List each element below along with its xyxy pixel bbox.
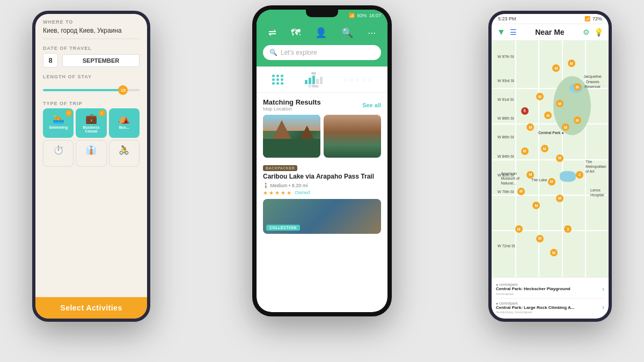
map-pin-5[interactable]: M (574, 83, 581, 91)
map-pin-21[interactable]: 3 (564, 225, 572, 233)
search-nav-icon[interactable]: 🔍 (341, 27, 353, 39)
star3: ☆ (355, 77, 360, 83)
star4: ☆ (361, 77, 366, 83)
filters-nav-icon[interactable]: ⇌ (268, 27, 276, 39)
right-time: 5:23 PM (498, 16, 516, 21)
results-info: Matching Results Map Location (263, 98, 321, 112)
activity-bike[interactable]: 🚴 (109, 140, 140, 167)
trail-star5: ★ (287, 190, 291, 196)
road-h5 (492, 230, 609, 231)
stay-slider[interactable]: 15 (43, 85, 140, 95)
list-view-icon[interactable]: ☰ (510, 28, 517, 36)
stars-filter[interactable]: ☆ ☆ ☆ ☆ ☆ (343, 77, 372, 83)
dot4 (272, 78, 275, 81)
map-pin-special[interactable]: 5 (521, 107, 529, 115)
mountain-img (324, 115, 381, 158)
activity-timer[interactable]: ⏱️ (43, 140, 74, 167)
map-pin-18[interactable]: M (515, 225, 523, 233)
map-label-metropolitan: TheMetropolitanof Art (586, 159, 606, 174)
map-pin-13[interactable]: M (526, 171, 534, 179)
search-bar-container: 🔍 Let's explore (257, 45, 387, 67)
lake-area (560, 171, 576, 182)
trail-image-2[interactable] (324, 115, 381, 158)
star5: ☆ (367, 77, 372, 83)
location-2-info: ● centralpark Central Park: Large Rock C… (496, 301, 602, 314)
stay-section: LENGTH OF STAY 15 (35, 71, 147, 98)
trail-star2: ★ (269, 190, 274, 196)
distance-bars (305, 76, 323, 84)
map-pin-17[interactable]: M (556, 195, 564, 202)
trail-image-1[interactable] (263, 115, 320, 158)
activity-swimming[interactable]: 🏊 Swimming (43, 108, 74, 138)
results-title: Matching Results (263, 98, 321, 106)
dot7 (272, 82, 275, 85)
select-activities-button[interactable]: Select Activities (35, 297, 147, 319)
map-pin-22[interactable]: 2 (576, 171, 583, 179)
profile-nav-icon[interactable]: 👤 (315, 27, 327, 39)
camera (320, 13, 324, 17)
lightbulb-icon[interactable]: 💡 (594, 28, 603, 36)
trail-star3: ★ (275, 190, 280, 196)
map-label-central-park: Central Park ● (538, 131, 564, 135)
right-bottom-list: ● centralpark Central Park: Heckscher Pl… (492, 277, 609, 319)
map-pin-2[interactable]: M (568, 60, 575, 67)
toolbar-right: ⚙ 💡 (583, 28, 603, 36)
map-pin-9[interactable]: M (574, 116, 581, 124)
bar4 (316, 79, 319, 84)
center-nav: ⇌ 🗺 👤 🔍 ··· (257, 21, 387, 45)
see-all-link[interactable]: See all (362, 102, 381, 108)
activity-business-casual[interactable]: 💼 Business Casual (76, 108, 106, 138)
map-pin-3[interactable]: M (536, 93, 544, 100)
location-item-1[interactable]: ● centralpark Central Park: Heckscher Pl… (496, 280, 604, 298)
map-pin-14[interactable]: M (548, 178, 555, 186)
collection-card[interactable]: COLLECTION (257, 199, 387, 234)
activity-suit[interactable]: 👔 (76, 140, 106, 167)
location-2-arrow[interactable]: › (602, 304, 604, 311)
busfo-label: Bus... (119, 125, 129, 129)
map-pin-11[interactable]: M (541, 145, 548, 152)
date-day[interactable]: 8 (43, 53, 58, 68)
slider-thumb[interactable]: 15 (118, 85, 128, 95)
activity-bus-fo[interactable]: ⛺ Bus... (109, 108, 140, 138)
location-2-name: Central Park: Large Rock Climbing A... (496, 305, 602, 311)
map-pin-7[interactable]: M (544, 112, 552, 119)
map-pin-15[interactable]: M (517, 188, 525, 195)
map-view[interactable]: W 97th St W 93rd St W 91st St W 88th St … (492, 41, 609, 277)
location-1-arrow[interactable]: › (602, 285, 604, 293)
trip-section: TYPE OF TRIP 🏊 Swimming 💼 Business Casua… (35, 98, 147, 169)
right-toolbar: ▼ ☰ Near Me ⚙ 💡 (492, 24, 609, 41)
map-pin-19[interactable]: M (536, 235, 544, 242)
map-pin-12[interactable]: M (556, 154, 564, 162)
star2: ☆ (349, 77, 354, 83)
date-month[interactable]: SEPTEMBER (62, 54, 140, 67)
distance-filter[interactable]: mi 0 Max (305, 71, 323, 88)
grid-filter[interactable] (272, 75, 284, 85)
map-label-84th: W 84th St (497, 154, 514, 158)
date-section: DATE OF TRAVEL 8 SEPTEMBER (35, 41, 147, 71)
trail-difficulty: Medium • 8.20 mi (270, 183, 308, 188)
trail-star1: ★ (263, 190, 268, 196)
map-pin-10[interactable]: M (521, 147, 529, 155)
filter-funnel-icon[interactable]: ▼ (497, 27, 506, 37)
right-wifi-icon: 📶 (584, 16, 590, 21)
road-h2 (492, 123, 609, 124)
trail-star4: ★ (281, 190, 286, 196)
map-pin-6[interactable]: M (526, 123, 534, 131)
map-pin-1[interactable]: M (552, 64, 560, 72)
settings-gear-icon[interactable]: ⚙ (583, 28, 590, 36)
trail-name[interactable]: Caribou Lake via Arapaho Pass Trail (263, 173, 381, 181)
more-nav-icon[interactable]: ··· (368, 27, 376, 39)
business-icon: 💼 (85, 113, 97, 124)
results-header: Matching Results Map Location See all (257, 93, 387, 115)
search-input[interactable]: 🔍 Let's explore (263, 45, 381, 60)
wifi-icon: 📶 (349, 13, 355, 18)
map-pin-20[interactable]: M (550, 249, 558, 256)
location-item-2[interactable]: ● centralpark Central Park: Large Rock C… (496, 299, 604, 316)
map-nav-icon[interactable]: 🗺 (291, 27, 301, 39)
bike-icon: 🚴 (119, 145, 129, 155)
map-label-reservoir: JacquelineOnassisReservoir (583, 74, 601, 90)
right-status-bar: 5:23 PM 📶 72% (492, 14, 609, 24)
search-icon: 🔍 (269, 49, 277, 56)
time-display: 16:07 (369, 13, 381, 18)
bar3 (312, 76, 315, 84)
